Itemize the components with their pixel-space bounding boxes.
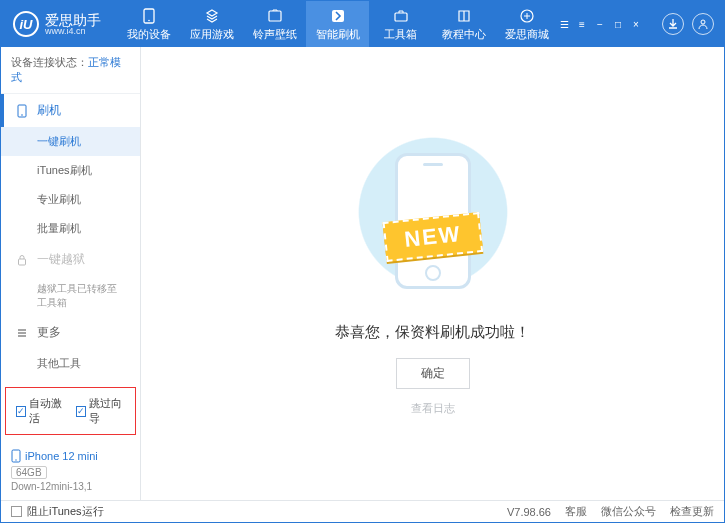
topnav-item-2[interactable]: 铃声壁纸 xyxy=(243,1,306,47)
connection-status: 设备连接状态：正常模式 xyxy=(1,47,140,94)
topnav-item-5[interactable]: 教程中心 xyxy=(432,1,495,47)
more-icon xyxy=(15,326,29,340)
topnav-label: 爱思商城 xyxy=(505,27,549,42)
toolbox-icon xyxy=(392,7,410,25)
lock-icon[interactable]: ≡ xyxy=(576,18,588,30)
svg-point-6 xyxy=(701,20,705,24)
maximize-icon[interactable]: □ xyxy=(612,18,624,30)
topnav-label: 智能刷机 xyxy=(316,27,360,42)
music-icon xyxy=(266,7,284,25)
topnav-item-1[interactable]: 应用游戏 xyxy=(180,1,243,47)
topnav-label: 工具箱 xyxy=(384,27,417,42)
version-label: V7.98.66 xyxy=(507,506,551,518)
auto-activate-label: 自动激活 xyxy=(29,396,66,426)
sidebar-section-flash[interactable]: 刷机 xyxy=(1,94,140,127)
device-phone-icon xyxy=(11,449,21,463)
conn-prefix: 设备连接状态： xyxy=(11,56,88,68)
topnav-label: 我的设备 xyxy=(127,27,171,42)
topnav-item-4[interactable]: 工具箱 xyxy=(369,1,432,47)
skip-guide-checkbox[interactable]: ✓ 跳过向导 xyxy=(76,396,126,426)
book-icon xyxy=(455,7,473,25)
block-itunes-label: 阻止iTunes运行 xyxy=(27,504,104,519)
window-controls: ☰ ≡ − □ × xyxy=(558,18,652,30)
sidebar: 设备连接状态：正常模式 刷机 一键刷机iTunes刷机专业刷机批量刷机 一键越狱… xyxy=(1,47,141,500)
device-name-label: iPhone 12 mini xyxy=(25,450,98,462)
topnav-item-6[interactable]: 爱思商城 xyxy=(495,1,558,47)
device-item[interactable]: iPhone 12 mini 64GB Down-12mini-13,1 xyxy=(1,441,140,500)
view-log-link[interactable]: 查看日志 xyxy=(411,401,455,416)
sidebar-flash-item-3[interactable]: 批量刷机 xyxy=(1,214,140,243)
sidebar-flash-item-2[interactable]: 专业刷机 xyxy=(1,185,140,214)
svg-point-1 xyxy=(148,19,150,21)
top-nav: 我的设备应用游戏铃声壁纸智能刷机工具箱教程中心爱思商城 xyxy=(117,1,558,47)
statusbar: 阻止iTunes运行 V7.98.66 客服 微信公众号 检查更新 xyxy=(1,500,724,522)
success-message: 恭喜您，保资料刷机成功啦！ xyxy=(335,323,530,342)
sidebar-flash-item-1[interactable]: iTunes刷机 xyxy=(1,156,140,185)
user-button[interactable] xyxy=(692,13,714,35)
success-illustration: NEW xyxy=(343,131,523,311)
logo-area: iU 爱思助手 www.i4.cn xyxy=(1,11,117,37)
sidebar-flash-item-0[interactable]: 一键刷机 xyxy=(1,127,140,156)
checkbox-unchecked-icon xyxy=(11,506,22,517)
apps-icon xyxy=(203,7,221,25)
svg-rect-3 xyxy=(332,10,344,22)
store-icon xyxy=(518,7,536,25)
download-button[interactable] xyxy=(662,13,684,35)
flash-icon xyxy=(329,7,347,25)
user-icon xyxy=(697,18,709,30)
check-update-link[interactable]: 检查更新 xyxy=(670,504,714,519)
minimize-icon[interactable]: − xyxy=(594,18,606,30)
svg-rect-9 xyxy=(19,259,26,265)
sidebar-section-more-label: 更多 xyxy=(37,324,61,341)
auto-activate-checkbox[interactable]: ✓ 自动激活 xyxy=(16,396,66,426)
topnav-label: 应用游戏 xyxy=(190,27,234,42)
svg-rect-2 xyxy=(269,11,281,21)
checkbox-checked-icon: ✓ xyxy=(16,406,26,417)
topnav-item-0[interactable]: 我的设备 xyxy=(117,1,180,47)
options-row: ✓ 自动激活 ✓ 跳过向导 xyxy=(5,387,136,435)
block-itunes-checkbox[interactable]: 阻止iTunes运行 xyxy=(11,504,104,519)
sidebar-section-jailbreak-label: 一键越狱 xyxy=(37,251,85,268)
close-icon[interactable]: × xyxy=(630,18,642,30)
brand-name: 爱思助手 xyxy=(45,13,101,27)
checkbox-checked-icon: ✓ xyxy=(76,406,86,417)
sidebar-more-item-1[interactable]: 下载固件 xyxy=(1,378,140,381)
logo-icon: iU xyxy=(13,11,39,37)
topnav-item-3[interactable]: 智能刷机 xyxy=(306,1,369,47)
lock-closed-icon xyxy=(15,253,29,267)
brand-url: www.i4.cn xyxy=(45,27,101,36)
wechat-link[interactable]: 微信公众号 xyxy=(601,504,656,519)
sidebar-section-more[interactable]: 更多 xyxy=(1,316,140,349)
main-content: NEW 恭喜您，保资料刷机成功啦！ 确定 查看日志 xyxy=(141,47,724,500)
sidebar-more-item-0[interactable]: 其他工具 xyxy=(1,349,140,378)
phone-icon xyxy=(140,7,158,25)
device-storage-badge: 64GB xyxy=(11,466,47,479)
topnav-label: 教程中心 xyxy=(442,27,486,42)
download-icon xyxy=(667,18,679,30)
menu-icon[interactable]: ☰ xyxy=(558,18,570,30)
svg-point-11 xyxy=(15,459,16,460)
sidebar-section-jailbreak[interactable]: 一键越狱 xyxy=(1,243,140,276)
confirm-button[interactable]: 确定 xyxy=(396,358,470,389)
skip-guide-label: 跳过向导 xyxy=(89,396,126,426)
sidebar-section-flash-label: 刷机 xyxy=(37,102,61,119)
titlebar: iU 爱思助手 www.i4.cn 我的设备应用游戏铃声壁纸智能刷机工具箱教程中… xyxy=(1,1,724,47)
service-link[interactable]: 客服 xyxy=(565,504,587,519)
topnav-label: 铃声壁纸 xyxy=(253,27,297,42)
device-detail: Down-12mini-13,1 xyxy=(11,481,130,492)
jailbreak-note: 越狱工具已转移至工具箱 xyxy=(1,276,140,316)
svg-point-8 xyxy=(21,114,23,116)
svg-rect-4 xyxy=(395,13,407,21)
phone-icon xyxy=(15,104,29,118)
